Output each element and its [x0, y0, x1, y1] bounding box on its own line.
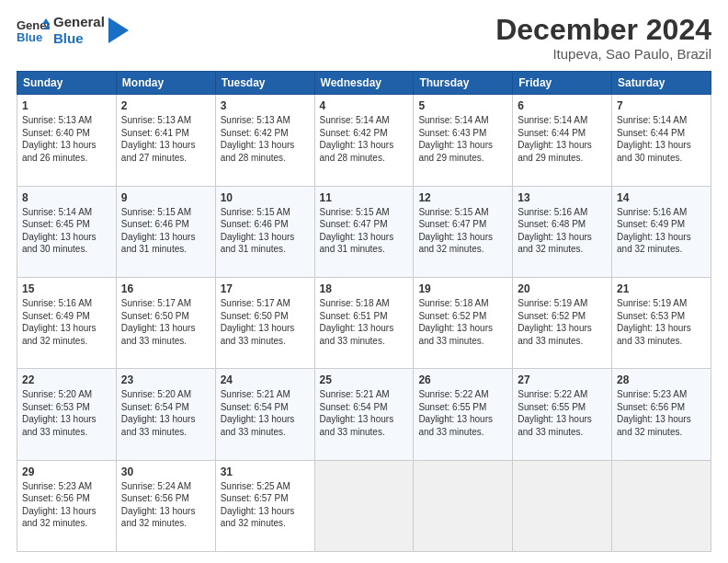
daylight-label: Daylight: 13 hours and 33 minutes.: [320, 323, 394, 346]
sunset-label: Sunset: 6:50 PM: [221, 311, 289, 321]
daylight-label: Daylight: 13 hours and 31 minutes.: [320, 232, 394, 255]
sunset-label: Sunset: 6:42 PM: [221, 128, 289, 138]
logo-icon: General Blue: [17, 17, 50, 44]
sunrise-label: Sunrise: 5:14 AM: [22, 207, 92, 217]
day-number: 31: [221, 465, 310, 479]
sunrise-label: Sunrise: 5:20 AM: [22, 389, 92, 399]
sunset-label: Sunset: 6:56 PM: [22, 493, 90, 503]
calendar-cell: 3Sunrise: 5:13 AMSunset: 6:42 PMDaylight…: [215, 95, 314, 186]
calendar-week-row: 8Sunrise: 5:14 AMSunset: 6:45 PMDaylight…: [17, 186, 711, 277]
calendar-cell: 18Sunrise: 5:18 AMSunset: 6:51 PMDayligh…: [314, 277, 414, 368]
sunrise-label: Sunrise: 5:23 AM: [22, 481, 92, 491]
day-number: 15: [22, 282, 111, 296]
sunset-label: Sunset: 6:42 PM: [320, 128, 388, 138]
sunrise-label: Sunrise: 5:24 AM: [121, 481, 191, 491]
day-number: 29: [22, 465, 111, 479]
day-number: 26: [418, 373, 507, 387]
sunset-label: Sunset: 6:44 PM: [617, 128, 685, 138]
day-number: 22: [22, 373, 111, 387]
calendar-header-row: Sunday Monday Tuesday Wednesday Thursday…: [17, 72, 711, 95]
daylight-label: Daylight: 13 hours and 29 minutes.: [518, 140, 592, 163]
title-block: December 2024 Itupeva, Sao Paulo, Brazil: [495, 14, 711, 62]
sunset-label: Sunset: 6:52 PM: [418, 311, 486, 321]
sunrise-label: Sunrise: 5:22 AM: [518, 389, 587, 399]
sunset-label: Sunset: 6:53 PM: [617, 311, 685, 321]
sunrise-label: Sunrise: 5:20 AM: [121, 389, 191, 399]
calendar-cell: 6Sunrise: 5:14 AMSunset: 6:44 PMDaylight…: [513, 95, 612, 186]
calendar-cell: 14Sunrise: 5:16 AMSunset: 6:49 PMDayligh…: [612, 186, 711, 277]
daylight-label: Daylight: 13 hours and 33 minutes.: [121, 323, 196, 346]
sunset-label: Sunset: 6:54 PM: [221, 402, 289, 412]
calendar-cell: 22Sunrise: 5:20 AMSunset: 6:53 PMDayligh…: [17, 369, 117, 460]
day-number: 21: [617, 282, 706, 296]
day-number: 27: [518, 373, 607, 387]
calendar-cell: 2Sunrise: 5:13 AMSunset: 6:41 PMDaylight…: [116, 95, 215, 186]
sunrise-label: Sunrise: 5:13 AM: [121, 115, 191, 125]
calendar-cell: 17Sunrise: 5:17 AMSunset: 6:50 PMDayligh…: [215, 277, 314, 368]
calendar-cell: 7Sunrise: 5:14 AMSunset: 6:44 PMDaylight…: [612, 95, 711, 186]
calendar-cell: 26Sunrise: 5:22 AMSunset: 6:55 PMDayligh…: [414, 369, 513, 460]
calendar-cell: [314, 460, 414, 551]
daylight-label: Daylight: 13 hours and 27 minutes.: [121, 140, 196, 163]
calendar-table: Sunday Monday Tuesday Wednesday Thursday…: [17, 71, 711, 552]
day-number: 28: [617, 373, 706, 387]
daylight-label: Daylight: 13 hours and 33 minutes.: [121, 414, 196, 437]
daylight-label: Daylight: 13 hours and 30 minutes.: [22, 232, 97, 255]
day-number: 19: [418, 282, 507, 296]
day-number: 20: [518, 282, 607, 296]
calendar-cell: 25Sunrise: 5:21 AMSunset: 6:54 PMDayligh…: [314, 369, 414, 460]
sunrise-label: Sunrise: 5:16 AM: [518, 207, 587, 217]
sunset-label: Sunset: 6:40 PM: [22, 128, 90, 138]
daylight-label: Daylight: 13 hours and 33 minutes.: [518, 323, 592, 346]
sunrise-label: Sunrise: 5:15 AM: [320, 207, 390, 217]
daylight-label: Daylight: 13 hours and 32 minutes.: [121, 506, 196, 529]
col-thursday: Thursday: [414, 72, 513, 95]
sunset-label: Sunset: 6:53 PM: [22, 402, 90, 412]
day-number: 24: [221, 373, 310, 387]
calendar-week-row: 29Sunrise: 5:23 AMSunset: 6:56 PMDayligh…: [17, 460, 711, 551]
logo-text-blue: Blue: [53, 30, 105, 47]
day-number: 4: [320, 98, 409, 113]
calendar-cell: 16Sunrise: 5:17 AMSunset: 6:50 PMDayligh…: [116, 277, 215, 368]
calendar-cell: 13Sunrise: 5:16 AMSunset: 6:48 PMDayligh…: [513, 186, 612, 277]
calendar-cell: 30Sunrise: 5:24 AMSunset: 6:56 PMDayligh…: [116, 460, 215, 551]
subtitle: Itupeva, Sao Paulo, Brazil: [495, 46, 711, 62]
sunset-label: Sunset: 6:45 PM: [22, 219, 90, 229]
sunrise-label: Sunrise: 5:23 AM: [617, 389, 687, 399]
calendar-cell: 24Sunrise: 5:21 AMSunset: 6:54 PMDayligh…: [215, 369, 314, 460]
calendar-cell: 4Sunrise: 5:14 AMSunset: 6:42 PMDaylight…: [314, 95, 414, 186]
day-number: 3: [221, 98, 310, 113]
col-monday: Monday: [116, 72, 215, 95]
calendar-cell: [612, 460, 711, 551]
sunrise-label: Sunrise: 5:21 AM: [320, 389, 390, 399]
calendar-cell: 27Sunrise: 5:22 AMSunset: 6:55 PMDayligh…: [513, 369, 612, 460]
day-number: 11: [320, 190, 409, 205]
daylight-label: Daylight: 13 hours and 33 minutes.: [617, 323, 691, 346]
day-number: 1: [22, 98, 111, 113]
day-number: 2: [121, 98, 210, 113]
daylight-label: Daylight: 13 hours and 31 minutes.: [221, 232, 295, 255]
col-saturday: Saturday: [612, 72, 711, 95]
main-title: December 2024: [495, 14, 711, 46]
sunrise-label: Sunrise: 5:21 AM: [221, 389, 290, 399]
col-wednesday: Wednesday: [314, 72, 414, 95]
sunrise-label: Sunrise: 5:14 AM: [320, 115, 390, 125]
page: General Blue General Blue December 2024 …: [0, 0, 728, 563]
calendar-cell: 28Sunrise: 5:23 AMSunset: 6:56 PMDayligh…: [612, 369, 711, 460]
header: General Blue General Blue December 2024 …: [17, 14, 711, 62]
sunset-label: Sunset: 6:57 PM: [221, 493, 289, 503]
calendar-cell: 29Sunrise: 5:23 AMSunset: 6:56 PMDayligh…: [17, 460, 117, 551]
sunset-label: Sunset: 6:54 PM: [121, 402, 189, 412]
sunrise-label: Sunrise: 5:14 AM: [418, 115, 488, 125]
sunrise-label: Sunrise: 5:25 AM: [221, 481, 290, 491]
sunset-label: Sunset: 6:52 PM: [518, 311, 586, 321]
sunset-label: Sunset: 6:55 PM: [518, 402, 586, 412]
calendar-cell: 12Sunrise: 5:15 AMSunset: 6:47 PMDayligh…: [414, 186, 513, 277]
daylight-label: Daylight: 13 hours and 33 minutes.: [418, 414, 493, 437]
calendar-week-row: 15Sunrise: 5:16 AMSunset: 6:49 PMDayligh…: [17, 277, 711, 368]
svg-marker-4: [108, 17, 129, 43]
calendar-week-row: 1Sunrise: 5:13 AMSunset: 6:40 PMDaylight…: [17, 95, 711, 186]
sunrise-label: Sunrise: 5:15 AM: [418, 207, 488, 217]
sunset-label: Sunset: 6:46 PM: [221, 219, 289, 229]
col-friday: Friday: [513, 72, 612, 95]
